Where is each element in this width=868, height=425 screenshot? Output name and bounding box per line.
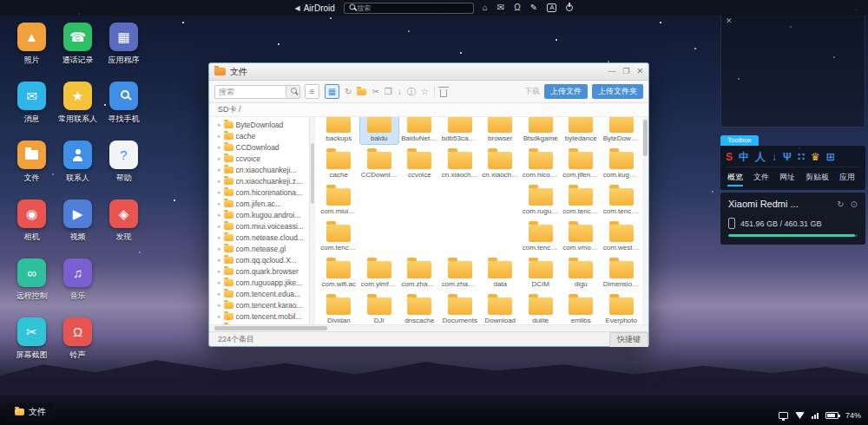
tree-item[interactable]: ▸com.qq.qcloud.X... [209, 254, 309, 265]
file-item[interactable]: CCDownload [359, 147, 400, 183]
tree-item[interactable]: ▸com.tencent.edua... [209, 288, 309, 299]
file-item[interactable]: cn.xiaochu... [480, 147, 521, 183]
tree-item[interactable]: ▸com.quark.browser [209, 265, 309, 277]
grid-icon[interactable]: ⊞ [826, 152, 835, 162]
file-item[interactable]: com.zhaopi... [399, 256, 440, 292]
power-icon[interactable] [566, 4, 573, 11]
file-item[interactable]: com.westb... [602, 219, 642, 256]
s-logo-icon[interactable]: S [726, 152, 733, 162]
tree-item[interactable]: ▸com.tencent.karao... [209, 299, 309, 311]
file-item[interactable]: cache [319, 147, 359, 183]
grid-view-icon[interactable]: ▦ [325, 84, 339, 99]
tree-item[interactable]: ▸ByteDownload [209, 119, 309, 130]
file-item[interactable]: Everphoto [602, 292, 642, 324]
favorite-icon[interactable]: ☆ [421, 87, 429, 96]
desktop-icon[interactable]: ▦应用程序 [101, 23, 147, 82]
wifi-icon[interactable] [795, 412, 805, 419]
file-item[interactable]: DCIM [521, 256, 562, 292]
file-item[interactable]: com.tence... [521, 219, 562, 256]
file-item[interactable]: digu [561, 256, 602, 292]
desktop-icon[interactable]: 联系人 [55, 141, 101, 199]
tree-item[interactable]: ▸com.hicorenationa... [209, 186, 309, 198]
tree-item[interactable]: ▸com.netease.cloud... [209, 232, 309, 243]
compose-icon[interactable]: ✎ [530, 3, 537, 12]
cut-icon[interactable]: ✂ [372, 87, 378, 96]
tree-item[interactable]: ▸com.kugou.androi... [209, 209, 309, 220]
tree-item[interactable]: ▸com.tencent.mobil... [209, 311, 309, 322]
user-icon[interactable]: 人 [755, 152, 766, 162]
desktop-icon[interactable]: Ω铃声 [55, 317, 101, 376]
file-item[interactable]: com.vmos... [561, 219, 602, 256]
copy-icon[interactable]: ❐ [385, 87, 392, 96]
horizontal-scrollbar[interactable] [209, 324, 648, 331]
apps-icon[interactable]: ∷ [798, 152, 805, 162]
refresh-icon[interactable]: ↻ [837, 199, 844, 209]
tree-scrollbar-thumb[interactable] [311, 143, 314, 204]
file-item[interactable]: com.ruguo... [521, 183, 562, 219]
file-item[interactable]: com.tence... [561, 183, 602, 219]
new-folder-icon[interactable] [357, 88, 366, 95]
file-item[interactable]: com.kugou... [602, 147, 642, 183]
file-item[interactable]: data [480, 256, 521, 292]
desktop-icon[interactable]: ▶视频 [55, 199, 101, 258]
file-item[interactable]: ccvoice [399, 147, 440, 183]
cast-icon[interactable]: ⌂ [483, 3, 488, 12]
signal-icon[interactable] [812, 413, 819, 419]
tree-item[interactable]: ▸CCDownload [209, 141, 309, 153]
file-item[interactable]: DJI [359, 292, 400, 324]
desktop-icon[interactable]: ◈发现 [101, 199, 147, 258]
download-icon[interactable]: ↓ [398, 87, 402, 96]
close-button[interactable]: ✕ [636, 68, 643, 75]
toolbox-tab[interactable]: Toolbox [720, 135, 759, 146]
monitor-icon[interactable] [779, 412, 788, 419]
desktop-icon[interactable]: ✉消息 [9, 82, 55, 141]
desktop-icon[interactable]: ☎通话记录 [55, 23, 101, 82]
taskbar-file-item[interactable]: 文件 [7, 403, 54, 421]
download-button[interactable]: 下载 [524, 86, 540, 97]
file-item[interactable]: com.ylmf.a... [359, 256, 400, 292]
file-item[interactable]: com.jifen.ac [561, 147, 602, 183]
file-item[interactable]: bytedance [561, 117, 602, 147]
shortcut-keys-button[interactable]: 快捷键 [609, 332, 648, 347]
file-item[interactable]: com.zhaopi... [440, 256, 481, 292]
file-item[interactable]: Btsdkgame [521, 117, 562, 147]
toolbox-tab-应用[interactable]: 应用 [839, 172, 855, 186]
translate-icon[interactable]: 中 [739, 152, 749, 162]
desktop-icon[interactable]: ♫音乐 [55, 258, 101, 317]
list-view-icon[interactable]: ≡ [305, 84, 319, 99]
window-titlebar[interactable]: 文件 —❐✕ [209, 63, 648, 81]
desktop-icon[interactable]: ✂屏幕截图 [9, 317, 55, 376]
tree-item[interactable]: ▸com.ruguoapp.jike... [209, 277, 309, 288]
file-item[interactable]: bdb53ca9-... [440, 117, 481, 147]
desktop-icon[interactable]: 文件 [9, 141, 55, 199]
desktop-icon[interactable]: ?帮助 [101, 141, 147, 199]
close-icon[interactable]: ✕ [726, 16, 733, 25]
tree-item[interactable]: ▸com.jifen.ac... [209, 198, 309, 209]
file-item[interactable]: com.wifi.ac [319, 256, 359, 292]
mail-icon[interactable]: ✉ [497, 3, 504, 12]
file-item[interactable]: BaiduNetdi... [399, 117, 440, 147]
tree-item[interactable]: ▸cache [209, 130, 309, 141]
grid-scrollbar-thumb[interactable] [643, 120, 648, 156]
language-icon[interactable]: A [547, 3, 556, 12]
refresh-icon[interactable]: ↻ [345, 87, 352, 96]
toolbox-tab-文件[interactable]: 文件 [753, 172, 769, 186]
breadcrumb[interactable]: SD卡 / [209, 103, 648, 117]
file-item[interactable]: cn.xiaochu... [440, 147, 481, 183]
download-icon[interactable]: ↓ [772, 152, 777, 162]
file-item[interactable]: backups [319, 117, 359, 147]
desktop-icon[interactable]: ★常用联系人 [55, 82, 101, 141]
grid-scrollbar[interactable] [642, 117, 648, 324]
file-item[interactable]: emlibs [561, 292, 602, 324]
upload-folder-button[interactable]: 上传文件夹 [592, 84, 643, 99]
file-item[interactable]: com.tence... [319, 219, 359, 256]
tree-item[interactable]: ▸cn.xiaochuankeji.z... [209, 175, 309, 186]
horizontal-scrollbar-thumb[interactable] [214, 326, 327, 330]
mic-icon[interactable]: Ψ [783, 152, 792, 162]
toolbox-tab-剪贴板[interactable]: 剪贴板 [806, 172, 829, 186]
file-item[interactable]: com.miui.v... [319, 183, 359, 219]
tree-item[interactable]: ▸ccvoice [209, 153, 309, 164]
file-item[interactable]: browser [480, 117, 521, 147]
file-item[interactable]: Download [480, 292, 521, 324]
tree-item[interactable]: ▸cn.xiaochuankeji... [209, 164, 309, 175]
